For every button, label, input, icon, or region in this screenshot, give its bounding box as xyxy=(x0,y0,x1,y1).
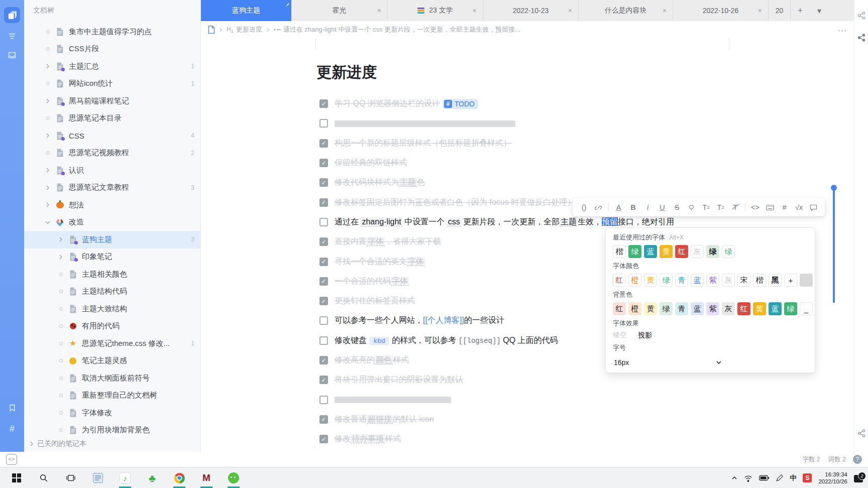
sogou-ime-icon[interactable]: S xyxy=(803,473,812,482)
doc-tree-item[interactable]: 印象笔记 xyxy=(24,249,200,266)
font-color-chip[interactable] xyxy=(800,274,813,287)
font-color-chip[interactable]: 橙 xyxy=(628,274,641,287)
chevron-right-icon[interactable] xyxy=(56,237,65,242)
block-ref-link[interactable]: [[个人博客]] xyxy=(423,316,464,324)
bg-color-chip[interactable]: 绿 xyxy=(660,302,673,315)
checkbox-unchecked[interactable] xyxy=(319,119,328,128)
clear-format-icon[interactable]: T xyxy=(728,201,742,214)
font-color-chip[interactable]: 楷 xyxy=(753,274,766,287)
tab-close-icon[interactable]: × xyxy=(663,7,667,15)
chevron-right-icon[interactable] xyxy=(43,185,52,190)
checkbox-checked[interactable]: ✓ xyxy=(319,297,328,305)
bg-color-chip[interactable]: 红 xyxy=(737,302,750,315)
doc-tree-item[interactable]: 主题大致结构 xyxy=(24,300,200,318)
bg-color-chip[interactable]: 紫 xyxy=(706,302,719,315)
backlink-graph-icon[interactable] xyxy=(857,429,866,440)
inbox-icon[interactable] xyxy=(4,47,20,63)
checkbox-checked[interactable]: ✓ xyxy=(319,159,328,167)
recent-font-chip[interactable]: 绿 xyxy=(722,245,735,258)
checkbox-checked[interactable]: ✓ xyxy=(319,178,328,187)
bg-color-chip[interactable]: 蓝 xyxy=(769,302,782,315)
block-ref[interactable]: 字体 xyxy=(407,257,425,266)
chevron-right-icon[interactable] xyxy=(43,64,52,69)
doc-tree-item[interactable]: ★思源笔记theme.css 修改...1 xyxy=(24,335,200,352)
doc-tree-item[interactable]: 主题相关颜色 xyxy=(24,266,200,283)
breadcrumb-item[interactable] xyxy=(208,26,215,34)
checkbox-unchecked[interactable] xyxy=(319,316,328,325)
bg-color-chip[interactable]: 青 xyxy=(675,302,688,315)
font-color-chip[interactable]: 黑 xyxy=(769,274,782,287)
checkbox-checked[interactable]: ✓ xyxy=(319,376,328,384)
font-effect-shadow[interactable]: 投影 xyxy=(638,331,652,340)
tab-close-icon[interactable]: × xyxy=(568,7,572,15)
taskbar-chrome-icon[interactable] xyxy=(166,467,193,488)
bg-color-chip[interactable]: 蓝 xyxy=(691,302,704,315)
doc-tree-item[interactable]: 改造 xyxy=(24,214,200,231)
block-ref[interactable]: 主题 xyxy=(560,217,578,226)
block-ref[interactable]: zhang-light xyxy=(361,217,402,226)
doc-tree-item[interactable]: 集市中主题值得学习的点 xyxy=(24,23,200,41)
checkbox-checked[interactable]: ✓ xyxy=(319,258,328,266)
doc-tree-item[interactable]: 网站icon统计1 xyxy=(24,75,200,93)
graph-icon[interactable] xyxy=(857,11,866,22)
bg-color-chip[interactable]: 红 xyxy=(613,302,626,315)
doc-tree-item[interactable]: 重新整理自己的文档树 xyxy=(24,387,200,405)
recent-font-chip[interactable]: 灰 xyxy=(691,245,704,258)
bg-color-chip[interactable]: 黄 xyxy=(644,302,657,315)
bg-color-chip[interactable]: 黄 xyxy=(753,302,766,315)
editor[interactable]: 更新进度 ✓学习 QQ 浏览器侧边栏的设计#TODO✓构思一个新的标题层级样式（… xyxy=(201,38,854,452)
kbd-chip[interactable]: kbd xyxy=(370,337,388,345)
strikethrough-icon[interactable]: S xyxy=(670,201,684,214)
doc-tree-item[interactable]: CSS片段 xyxy=(24,41,200,58)
link-icon[interactable] xyxy=(591,201,606,214)
inline-math-icon[interactable]: √x xyxy=(792,201,806,214)
more-button[interactable]: ··· xyxy=(838,26,847,34)
tab-20[interactable]: 20 xyxy=(769,0,791,21)
bg-color-chip[interactable]: 橙 xyxy=(628,302,641,315)
tag-icon[interactable]: # xyxy=(777,201,792,214)
memo-icon[interactable] xyxy=(806,201,821,214)
appearance-icon[interactable]: A xyxy=(611,201,626,214)
checkbox-unchecked[interactable] xyxy=(319,336,328,345)
network-icon[interactable] xyxy=(744,474,752,482)
tab-霍光[interactable]: 霍光× xyxy=(291,0,388,21)
subscript-icon[interactable]: T2 xyxy=(713,201,728,214)
chevron-right-icon[interactable] xyxy=(43,133,52,138)
taskbar-music-icon[interactable]: ♪ xyxy=(112,467,139,488)
tab-close-icon[interactable]: × xyxy=(758,7,762,15)
tab-2022-10-26[interactable]: 2022-10-26× xyxy=(673,0,769,21)
superscript-icon[interactable]: T2 xyxy=(699,201,713,214)
global-graph-icon[interactable] xyxy=(857,33,866,44)
chevron-right-icon[interactable] xyxy=(43,202,52,207)
bg-color-chip[interactable]: 灰 xyxy=(722,302,735,315)
tab-close-icon[interactable]: × xyxy=(473,7,477,15)
font-color-chip[interactable]: 灰 xyxy=(722,274,735,287)
block-ref[interactable]: 超链接 xyxy=(367,415,393,424)
font-size-select[interactable]: 16px xyxy=(613,355,723,367)
chevron-down-icon[interactable] xyxy=(43,220,52,225)
taskbar-task-view-icon[interactable] xyxy=(57,467,84,488)
recent-font-chip[interactable]: 绿 xyxy=(628,245,641,258)
font-color-chip[interactable]: 紫 xyxy=(706,274,719,287)
font-color-chip[interactable]: 青 xyxy=(675,274,688,287)
block-ref[interactable]: css xyxy=(447,217,461,226)
scrollbar-track[interactable] xyxy=(833,190,835,303)
closed-notebooks-row[interactable]: 已关闭的笔记本 xyxy=(24,437,200,451)
doc-tree-item[interactable]: 主题结构代码 xyxy=(24,283,200,301)
bookmark-icon[interactable] xyxy=(4,400,20,416)
doc-tree-item[interactable]: CSS4 xyxy=(24,127,200,145)
doc-tree-item[interactable]: 有用的代码 xyxy=(24,318,200,335)
tag-icon[interactable]: # xyxy=(4,421,20,437)
doc-tree-item[interactable]: 为引用块增加背景色 xyxy=(24,422,200,439)
tab-什么是内容块[interactable]: 什么是内容块× xyxy=(579,0,673,21)
breadcrumb-item[interactable]: 通过在 zhang-light 中设置一个 css 更新片段，一次更新，全部主题… xyxy=(274,25,520,34)
doc-tree-item[interactable]: 主题汇总1 xyxy=(24,58,200,75)
doc-tree-item[interactable]: 字体修改 xyxy=(24,404,200,422)
doc-tree-item[interactable]: 蓝狗主题3 xyxy=(24,231,200,249)
block-ref[interactable]: 字体 xyxy=(391,277,409,286)
font-color-chip[interactable]: 黄 xyxy=(644,274,657,287)
bg-color-chip[interactable]: 绿 xyxy=(784,302,797,315)
doc-tree-item[interactable]: 取消大纲面板前符号 xyxy=(24,370,200,387)
new-tab-button[interactable]: + xyxy=(791,0,810,21)
kbd-icon[interactable] xyxy=(763,201,777,214)
